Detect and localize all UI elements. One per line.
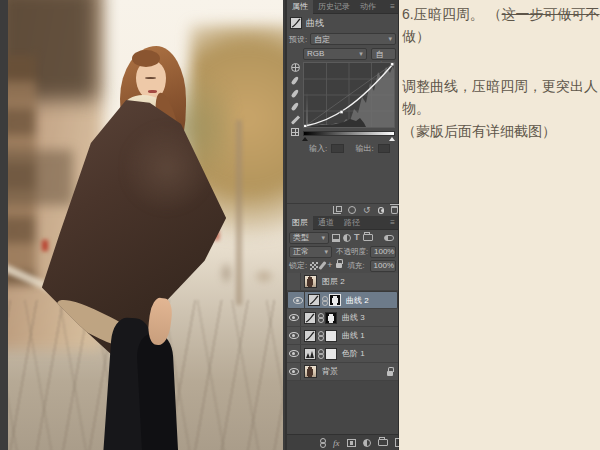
- reset-icon[interactable]: ↺: [363, 206, 371, 215]
- curves-graph[interactable]: [303, 62, 395, 128]
- tab-layers[interactable]: 图层: [287, 216, 313, 230]
- photoshop-panels: 属性 历史记录 动作 ≡ 曲线 预设: 自定 ▾ RGB ▾ 自动: [285, 0, 399, 450]
- delete-adjustment-icon[interactable]: [391, 206, 398, 214]
- layer-row-curves2-selected[interactable]: 曲线 2: [287, 291, 398, 309]
- preset-dropdown[interactable]: 自定 ▾: [310, 33, 396, 45]
- tab-properties[interactable]: 属性: [287, 0, 313, 14]
- input-label: 输入:: [309, 143, 327, 154]
- layer-row-layer2[interactable]: 图层 2: [287, 273, 398, 291]
- note-line-3: 调整曲线，压暗四周，更突出人: [402, 78, 598, 96]
- curves-badge-icon: [290, 17, 302, 29]
- layer-mask-thumbnail[interactable]: [329, 294, 341, 306]
- lock-icon: [387, 371, 393, 376]
- layers-tab-bar: 图层 通道 路径 ≡: [287, 216, 398, 230]
- layer-name[interactable]: 曲线 2: [346, 295, 369, 306]
- pixel-layer-filter-icon[interactable]: [332, 234, 340, 242]
- note-line-1: 6.压暗四周。 （这一步可做可不: [402, 6, 600, 24]
- channel-dropdown[interactable]: RGB ▾: [303, 48, 367, 60]
- panel-menu-icon[interactable]: ≡: [390, 2, 395, 11]
- curve-grid-options-icon[interactable]: [291, 128, 299, 136]
- lock-transparency-icon[interactable]: [310, 262, 318, 270]
- eye-icon: [293, 297, 303, 304]
- visibility-toggle[interactable]: [291, 292, 305, 308]
- opacity-field[interactable]: 100%: [370, 246, 396, 258]
- woman-hair-fringe: [132, 50, 160, 67]
- layer-row-background[interactable]: 背景: [287, 363, 398, 381]
- lock-all-icon[interactable]: [336, 263, 342, 268]
- adjustment-filter-icon[interactable]: [343, 234, 351, 242]
- lock-row: 锁定: + 填充: 100%: [287, 259, 398, 272]
- layer-row-levels1[interactable]: 色阶 1: [287, 345, 398, 363]
- lock-pixels-icon[interactable]: [319, 261, 327, 270]
- preset-row: 预设: 自定 ▾: [287, 32, 398, 46]
- layer-name[interactable]: 曲线 1: [342, 330, 365, 341]
- layer-style-fx-icon[interactable]: fx: [333, 438, 340, 448]
- auto-button[interactable]: 自动: [371, 48, 396, 60]
- tab-actions[interactable]: 动作: [355, 0, 381, 14]
- filter-kind-value: 类型: [293, 232, 309, 243]
- targeted-adjustment-icon[interactable]: [291, 63, 300, 72]
- filter-kind-dropdown[interactable]: 类型 ▾: [289, 232, 329, 244]
- photo-awning: [8, 150, 73, 205]
- curves-adjustment-icon[interactable]: [304, 312, 316, 324]
- draw-curve-pencil-icon[interactable]: [290, 115, 299, 124]
- add-mask-icon[interactable]: [347, 439, 356, 447]
- panel-menu-icon[interactable]: ≡: [390, 218, 395, 227]
- note-step-text: 6.压暗四周。 （: [402, 6, 502, 22]
- white-point-eyedropper-icon[interactable]: [291, 102, 300, 112]
- layer-mask-thumbnail[interactable]: [325, 348, 337, 360]
- visibility-toggle[interactable]: [287, 309, 301, 326]
- tab-history[interactable]: 历史记录: [313, 0, 355, 14]
- layer-thumbnail[interactable]: [304, 275, 317, 288]
- chevron-down-icon: ▾: [356, 50, 363, 58]
- input-value-box[interactable]: [331, 144, 343, 153]
- chevron-down-icon: ▾: [385, 35, 392, 43]
- layer-name[interactable]: 色阶 1: [342, 348, 365, 359]
- tab-channels[interactable]: 通道: [313, 216, 339, 230]
- fill-field[interactable]: 100%: [370, 260, 396, 272]
- new-group-icon[interactable]: [378, 439, 388, 446]
- layer-name[interactable]: 图层 2: [322, 276, 345, 287]
- visibility-toggle[interactable]: [287, 273, 301, 290]
- input-output-row: 输入: 输出:: [287, 142, 398, 154]
- previous-state-icon[interactable]: [348, 206, 356, 214]
- visibility-toggle[interactable]: [287, 345, 301, 362]
- layer-name[interactable]: 背景: [322, 366, 338, 377]
- white-slider-icon[interactable]: [389, 137, 395, 141]
- tab-paths[interactable]: 路径: [339, 216, 365, 230]
- black-point-eyedropper-icon[interactable]: [291, 76, 300, 86]
- layer-mask-thumbnail[interactable]: [325, 330, 337, 342]
- layer-row-curves1[interactable]: 曲线 1: [287, 327, 398, 345]
- filter-toggle-icon[interactable]: [384, 235, 394, 241]
- visibility-toggle[interactable]: [287, 327, 301, 344]
- link-icon: [321, 296, 328, 305]
- layer-thumbnail[interactable]: [304, 365, 317, 378]
- layer-mask-thumbnail[interactable]: [325, 312, 337, 324]
- curve-tool-column: [289, 63, 301, 125]
- input-gradient-bar: [303, 131, 395, 136]
- new-adjustment-layer-icon[interactable]: [363, 439, 371, 447]
- gray-point-eyedropper-icon[interactable]: [291, 89, 300, 99]
- fill-value: 100%: [374, 261, 394, 270]
- link-layers-icon[interactable]: [319, 438, 326, 447]
- curves-adjustment-icon[interactable]: [308, 294, 320, 306]
- levels-adjustment-icon[interactable]: [304, 348, 316, 360]
- group-filter-icon[interactable]: [363, 234, 373, 241]
- visibility-icon[interactable]: [378, 207, 384, 214]
- type-filter-icon[interactable]: T: [354, 233, 360, 242]
- visibility-toggle[interactable]: [287, 363, 301, 380]
- curves-adjustment-icon[interactable]: [304, 330, 316, 342]
- link-icon: [317, 349, 324, 358]
- layer-name[interactable]: 曲线 3: [342, 312, 365, 323]
- photo-red-light: [42, 240, 48, 251]
- layer-row-curves3[interactable]: 曲线 3: [287, 309, 398, 327]
- eye-icon: [289, 332, 299, 339]
- link-icon: [317, 331, 324, 340]
- properties-header: 曲线: [287, 15, 398, 31]
- clip-to-layer-icon[interactable]: [333, 206, 341, 214]
- histogram-light: [306, 66, 394, 127]
- output-value-box[interactable]: [378, 144, 390, 153]
- blend-mode-dropdown[interactable]: 正常 ▾: [289, 246, 332, 258]
- lock-position-icon[interactable]: +: [327, 261, 332, 270]
- black-slider-icon[interactable]: [302, 137, 308, 141]
